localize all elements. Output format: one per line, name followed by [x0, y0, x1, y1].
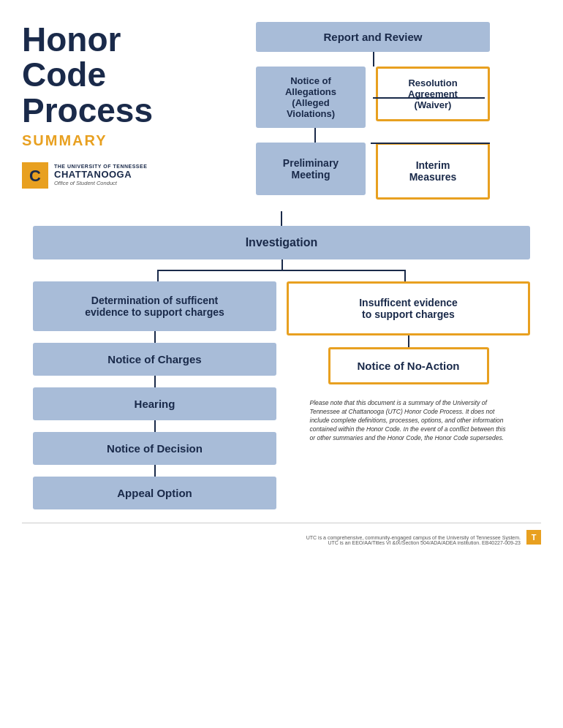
- footer-text: UTC is a comprehensive, community-engage…: [306, 535, 521, 545]
- resolution-agreement-box: Resolution Agreement (Waiver): [376, 67, 490, 121]
- flowchart-top: Report and Review Notice of Allegations …: [197, 22, 541, 200]
- notice-decision-box: Notice of Decision: [33, 432, 276, 465]
- investigation-box: Investigation: [33, 226, 530, 259]
- svg-text:T: T: [532, 533, 537, 542]
- hearing-box: Hearing: [33, 387, 276, 420]
- determination-box: Determination of sufficent evidence to s…: [33, 281, 276, 331]
- utc-logo-icon: C: [22, 162, 48, 189]
- logo-text: THE UNIVERSITY OF TENNESSEE CHATTANOOGA …: [54, 164, 147, 186]
- insufficient-evidence-box: Insufficent evidence to support charges: [287, 281, 530, 335]
- ut-logo-footer: T: [526, 530, 541, 545]
- svg-text:C: C: [29, 167, 41, 185]
- disclaimer-text: Please note that this document is a summ…: [310, 399, 507, 442]
- left-branch: Determination of sufficent evidence to s…: [33, 281, 276, 509]
- page: Honor Code Process SUMMARY C THE UNIVERS…: [0, 0, 563, 728]
- investigation-section: Investigation Determination of sufficent…: [22, 211, 541, 509]
- page-title: Honor Code Process: [22, 22, 190, 128]
- right-branch: Insufficent evidence to support charges …: [287, 281, 530, 442]
- notice-charges-box: Notice of Charges: [33, 343, 276, 376]
- report-review-box: Report and Review: [256, 22, 490, 52]
- appeal-option-box: Appeal Option: [33, 477, 276, 509]
- notice-no-action-box: Notice of No-Action: [328, 347, 489, 384]
- logo: C THE UNIVERSITY OF TENNESSEE CHATTANOOG…: [22, 162, 190, 189]
- preliminary-meeting-box: Preliminary Meeting: [256, 143, 366, 195]
- title-area: Honor Code Process SUMMARY C THE UNIVERS…: [22, 22, 197, 200]
- interim-measures-box: Interim Measures: [376, 143, 490, 200]
- notice-allegations-box: Notice of Allegations (Alleged Violation…: [256, 67, 366, 128]
- summary-label: SUMMARY: [22, 132, 190, 149]
